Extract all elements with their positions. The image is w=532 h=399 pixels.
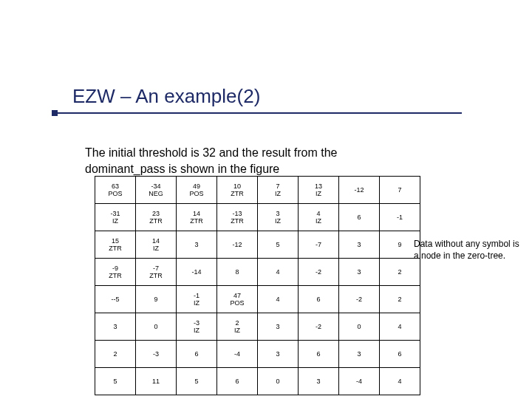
table-cell: 6 [299,341,339,368]
table-cell: --5 [95,286,136,313]
table-cell: 6 [299,286,339,313]
table-cell: 5 [177,368,217,395]
table-cell: 6 [380,341,420,368]
table-cell: 3 [339,259,380,286]
table-cell: -7 [299,231,339,259]
table-cell: -4 [217,341,258,368]
table-cell: 6 [217,368,258,395]
table-cell: 14IZ [136,231,177,259]
table-cell: 63POS [95,177,136,204]
table-cell: 3IZ [258,204,299,231]
table-cell: 4 [258,259,299,286]
table-cell: 49POS [177,177,217,204]
table-cell: -3IZ [177,313,217,341]
table-row: 63POS-34NEG49POS10ZTR7IZ13IZ-127 [95,177,420,204]
table-cell: 3 [339,341,380,368]
side-note: Data without any symbol is a node in the… [414,238,525,262]
table-cell: -7ZTR [136,259,177,286]
table-cell: -31IZ [95,204,136,231]
table-cell: 3 [258,341,299,368]
table-cell: 3 [95,313,136,341]
table-cell: 13IZ [299,177,339,204]
table-cell: -2 [299,259,339,286]
table-cell: 4IZ [299,204,339,231]
table-cell: -2 [299,313,339,341]
table-cell: -12 [217,231,258,259]
table-row: 15ZTR14IZ3-125-739 [95,231,420,259]
table-cell: 2IZ [217,313,258,341]
table-cell: -12 [339,177,380,204]
table-cell: 9 [136,286,177,313]
table-cell: 4 [380,313,420,341]
table-row: -31IZ23ZTR14ZTR-13ZTR3IZ4IZ6-1 [95,204,420,231]
table-cell: -13ZTR [217,204,258,231]
table-cell: -1 [380,204,420,231]
table-cell: 4 [258,286,299,313]
title-block: EZW – An example(2) [52,85,502,114]
table-cell: 0 [136,313,177,341]
title-underline [52,112,462,114]
table-row: 5115603-44 [95,368,420,395]
table-cell: 5 [258,231,299,259]
table-cell: 47POS [217,286,258,313]
table-cell: -1IZ [177,286,217,313]
table-cell: 14ZTR [177,204,217,231]
table-cell: 2 [380,259,420,286]
slide-title: EZW – An example(2) [72,85,502,108]
table-cell: -14 [177,259,217,286]
table-cell: 8 [217,259,258,286]
table-cell: 0 [258,368,299,395]
table-cell: 6 [177,341,217,368]
ezw-table: 63POS-34NEG49POS10ZTR7IZ13IZ-127-31IZ23Z… [95,176,420,395]
square-bullet-icon [52,110,58,116]
table-cell: 3 [299,368,339,395]
table-cell: -2 [339,286,380,313]
table-row: -9ZTR-7ZTR-1484-232 [95,259,420,286]
table-cell: 15ZTR [95,231,136,259]
table-cell: 7IZ [258,177,299,204]
table-row: 30-3IZ2IZ3-204 [95,313,420,341]
intro-text: The initial threshold is 32 and the resu… [85,145,410,177]
table-row: 2-36-43636 [95,341,420,368]
table-cell: 10ZTR [217,177,258,204]
table-cell: 0 [339,313,380,341]
table-cell: 2 [95,341,136,368]
table-cell: -4 [339,368,380,395]
table-cell: 5 [95,368,136,395]
table-cell: 2 [380,286,420,313]
table-cell: 3 [258,313,299,341]
table-cell: 3 [177,231,217,259]
table-cell: -9ZTR [95,259,136,286]
table-row: --59-1IZ47POS46-22 [95,286,420,313]
table-cell: -34NEG [136,177,177,204]
table-cell: 4 [380,368,420,395]
table-cell: 7 [380,177,420,204]
table-cell: 6 [339,204,380,231]
table-cell: 11 [136,368,177,395]
table-cell: 23ZTR [136,204,177,231]
table-cell: 3 [339,231,380,259]
table-cell: -3 [136,341,177,368]
